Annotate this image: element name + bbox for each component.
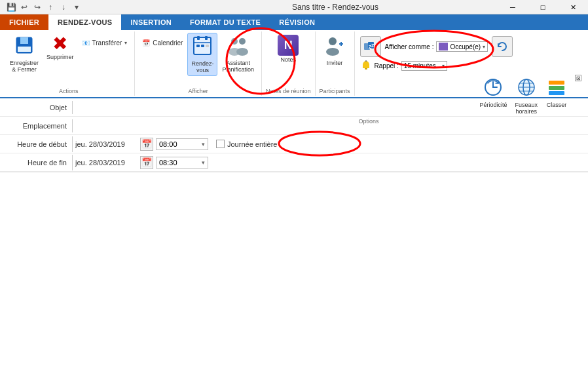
afficher-comme-value: Occupé(e) bbox=[450, 43, 481, 50]
transferer-icon: 📧 bbox=[82, 39, 90, 47]
afficher-buttons: 📅 Calendrier bbox=[139, 33, 257, 87]
transferer-arrow[interactable]: ▾ bbox=[124, 40, 127, 46]
fuseaux-button[interactable]: Fuseauxhoraires bbox=[511, 75, 541, 117]
svg-point-10 bbox=[231, 38, 238, 45]
svg-rect-2 bbox=[18, 47, 31, 52]
enregistrer-fermer-label: Enregistrer& Fermer bbox=[10, 60, 39, 73]
tab-format[interactable]: FORMAT DU TEXTE bbox=[181, 14, 270, 30]
assistant-icon bbox=[228, 35, 249, 59]
participants-buttons: Inviter bbox=[320, 33, 349, 87]
heure-fin-time-select[interactable]: 08:30 ▾ bbox=[156, 157, 208, 169]
tab-insertion[interactable]: INSERTION bbox=[121, 14, 181, 30]
delete-icon: ✖ bbox=[52, 35, 67, 53]
objet-label: Objet bbox=[0, 101, 72, 114]
notes-onenote-icon: N bbox=[278, 35, 299, 56]
svg-point-15 bbox=[326, 48, 339, 56]
rdv-label: Rendez-vous bbox=[191, 60, 213, 73]
supprimer-button[interactable]: ✖ Supprimer bbox=[43, 33, 77, 62]
undo-icon[interactable]: ↩ bbox=[18, 1, 30, 13]
rappel-row: Rappel : 15 minutes ▾ bbox=[360, 58, 580, 73]
classer-label: Classer bbox=[547, 102, 567, 108]
periodicite-icon bbox=[483, 77, 504, 101]
notes-buttons: N Notes bbox=[274, 33, 303, 87]
heure-debut-date: jeu. 28/03/2019 bbox=[75, 140, 138, 148]
heure-debut-time-arrow[interactable]: ▾ bbox=[202, 141, 205, 148]
fuseaux-label: Fuseauxhoraires bbox=[515, 102, 538, 115]
inviter-label: Inviter bbox=[327, 60, 343, 66]
afficher-icon: Z Z bbox=[360, 36, 381, 57]
redo-icon[interactable]: ↪ bbox=[31, 1, 43, 13]
ribbon-group-afficher: 📅 Calendrier bbox=[135, 31, 262, 96]
rendez-vous-button[interactable]: Rendez-vous bbox=[187, 33, 217, 76]
assistant-button[interactable]: AssistantPlanification bbox=[219, 33, 257, 75]
transferer-label: Transférer bbox=[92, 39, 122, 47]
recurrence-icon[interactable] bbox=[492, 36, 513, 57]
journee-entiere-label[interactable]: Journée entière bbox=[216, 140, 277, 148]
emplacement-input-border bbox=[72, 119, 588, 132]
tab-revision[interactable]: RÉVISION bbox=[270, 14, 324, 30]
body-textarea[interactable] bbox=[5, 178, 583, 372]
emplacement-input[interactable] bbox=[73, 119, 588, 132]
up-icon[interactable]: ↑ bbox=[45, 1, 56, 13]
options-expand-icon[interactable]: ⊡ bbox=[575, 75, 581, 81]
participants-group-label: Participants bbox=[320, 87, 350, 94]
maximize-button[interactable]: □ bbox=[528, 0, 558, 14]
heure-fin-time-arrow[interactable]: ▾ bbox=[202, 159, 205, 166]
fuseaux-icon bbox=[516, 77, 537, 101]
svg-text:Z: Z bbox=[371, 43, 375, 48]
emplacement-label: Emplacement bbox=[0, 119, 72, 132]
heure-debut-label: Heure de début bbox=[0, 138, 72, 151]
tab-fichier[interactable]: FICHIER bbox=[0, 14, 48, 30]
transferer-button[interactable]: 📧 Transférer ▾ bbox=[79, 38, 131, 48]
notes-button[interactable]: N Notes bbox=[274, 33, 303, 65]
heure-fin-label: Heure de fin bbox=[0, 156, 72, 169]
body-text-area[interactable] bbox=[0, 172, 588, 377]
calendrier-icon: 📅 bbox=[142, 39, 150, 47]
heure-debut-calendar-icon[interactable]: 📅 bbox=[140, 138, 153, 151]
rappel-arrow[interactable]: ▾ bbox=[442, 63, 445, 69]
title-bar: 💾 ↩ ↪ ↑ ↓ ▾ Sans titre - Rendez-vous ─ □… bbox=[0, 0, 588, 14]
dropdown-icon[interactable]: ▾ bbox=[71, 1, 83, 13]
heure-fin-fields: jeu. 28/03/2019 📅 08:30 ▾ bbox=[72, 155, 588, 170]
rappel-select[interactable]: 15 minutes ▾ bbox=[401, 61, 447, 71]
calendrier-button[interactable]: 📅 Calendrier bbox=[139, 38, 186, 48]
heure-fin-calendar-icon[interactable]: 📅 bbox=[140, 156, 153, 169]
svg-point-11 bbox=[239, 38, 246, 45]
window-controls: ─ □ ✕ bbox=[498, 0, 588, 14]
options-group-label: Options bbox=[359, 117, 379, 125]
bell-icon bbox=[360, 60, 372, 71]
afficher-dropdown-arrow[interactable]: ▾ bbox=[483, 44, 485, 50]
svg-rect-5 bbox=[205, 36, 208, 40]
journee-entiere-checkbox[interactable] bbox=[216, 140, 225, 148]
calendrier-label: Calendrier bbox=[153, 39, 183, 47]
svg-rect-31 bbox=[549, 86, 564, 90]
save-large-icon bbox=[14, 35, 35, 59]
enregistrer-fermer-button[interactable]: Enregistrer& Fermer bbox=[7, 33, 42, 75]
ribbon-group-actions: Enregistrer& Fermer ✖ Supprimer 📧 Transf… bbox=[3, 31, 135, 96]
down-icon[interactable]: ↓ bbox=[58, 1, 69, 13]
supprimer-label: Supprimer bbox=[46, 54, 74, 60]
tab-rendez-vous[interactable]: RENDEZ-VOUS bbox=[48, 14, 121, 30]
heure-debut-row: Heure de début jeu. 28/03/2019 📅 08:00 ▾… bbox=[0, 135, 588, 153]
svg-rect-1 bbox=[20, 37, 28, 44]
periodicite-button[interactable]: Périodicité bbox=[476, 75, 510, 110]
afficher-comme-select[interactable]: Occupé(e) ▾ bbox=[436, 41, 488, 52]
inviter-button[interactable]: Inviter bbox=[320, 33, 349, 68]
svg-rect-8 bbox=[201, 45, 204, 47]
ribbon-group-notes: N Notes Notes de réunion bbox=[262, 31, 316, 96]
afficher-color bbox=[439, 43, 448, 50]
heure-debut-fields: jeu. 28/03/2019 📅 08:00 ▾ Journée entièr… bbox=[72, 136, 588, 152]
heure-debut-time-select[interactable]: 08:00 ▾ bbox=[156, 138, 208, 150]
minimize-button[interactable]: ─ bbox=[498, 0, 528, 14]
ribbon-group-options: Z Z Afficher comme : Occupé(e) ▾ bbox=[355, 31, 585, 96]
classer-button[interactable]: Classer bbox=[542, 75, 571, 110]
close-button[interactable]: ✕ bbox=[558, 0, 588, 14]
afficher-group-label: Afficher bbox=[188, 87, 208, 94]
notes-label: Notes bbox=[281, 56, 297, 63]
notes-group-label: Notes de réunion bbox=[266, 87, 311, 94]
save-icon[interactable]: 💾 bbox=[5, 1, 17, 13]
assistant-label: AssistantPlanification bbox=[222, 60, 254, 73]
emplacement-row: Emplacement bbox=[0, 117, 588, 135]
heure-fin-row: Heure de fin jeu. 28/03/2019 📅 08:30 ▾ bbox=[0, 153, 588, 172]
heure-debut-time: 08:00 bbox=[159, 140, 177, 148]
